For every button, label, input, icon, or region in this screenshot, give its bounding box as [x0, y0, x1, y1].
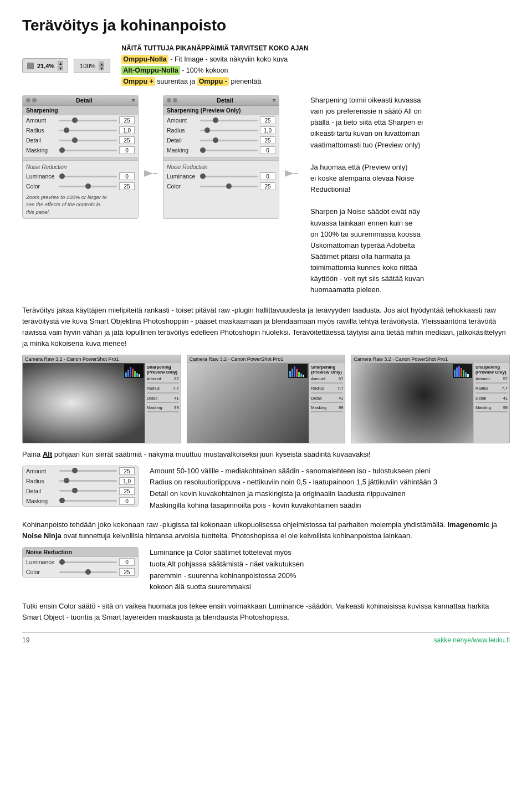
sharpening-panel-2: Detail ≡ Sharpening (Preview Only) Amoun… — [163, 95, 279, 219]
noise-val-lum[interactable]: 0 — [119, 558, 135, 566]
amount-val-detail[interactable]: 25 — [119, 487, 135, 495]
panel1-noise-title: Noise Reduction — [23, 163, 138, 171]
svg-rect-18 — [454, 370, 456, 377]
noise-slider-color[interactable]: 25 — [59, 568, 135, 576]
panel1-val-masking[interactable]: 0 — [119, 146, 135, 154]
panel1-val-color[interactable]: 25 — [119, 182, 135, 190]
right-text-noise-note: Sharpen ja Noise säädöt eivät näy kuvass… — [310, 206, 510, 295]
panel2-dots — [167, 98, 177, 103]
panel1-val-radius[interactable]: 1,0 — [119, 126, 135, 134]
panel2-slider-track-detail — [200, 140, 258, 141]
photo-3-body: Sharpening (Preview Only) Amount57 Radiu… — [351, 363, 509, 443]
noise-thumb-color — [85, 569, 91, 575]
photo-2-masking-row: Masking99 — [311, 405, 343, 411]
panel2-slider-amount[interactable]: 25 — [200, 116, 275, 124]
amount-val-masking[interactable]: 0 — [119, 497, 135, 505]
zoom-down-2[interactable]: ▼ — [99, 66, 104, 70]
hl-alt-omppu-nolla: Alt-Omppu-Nolla — [121, 66, 180, 75]
svg-rect-11 — [289, 371, 291, 377]
panel2-row-radius: Radius 1,0 — [163, 125, 279, 135]
amount-val-radius[interactable]: 1,0 — [119, 477, 135, 485]
panel1-label-color: Color — [26, 183, 59, 190]
amount-thumb-masking — [59, 498, 65, 503]
amount-slider-amount[interactable]: 25 — [59, 467, 135, 475]
panel1-slider-amount[interactable]: 25 — [59, 116, 135, 124]
svg-rect-14 — [296, 369, 298, 377]
panel1-label-amount: Amount — [26, 117, 59, 124]
panel2-val-detail[interactable]: 25 — [260, 136, 275, 144]
shortcut-text-1: - Fit Image - sovita näkyviin koko kuva — [170, 55, 288, 63]
panel2-val-radius[interactable]: 1,0 — [260, 126, 275, 134]
svg-rect-20 — [458, 366, 460, 377]
hl-omppu-plus: Omppu + — [121, 77, 155, 86]
panel2-val-lum[interactable]: 0 — [260, 172, 275, 180]
amount-row-amount: Amount 25 — [23, 466, 138, 476]
photo-1-masking-slider — [147, 411, 179, 412]
noise-slider-luminance[interactable]: 0 — [59, 558, 135, 566]
photo-3: Camera Raw 3.2 · Canon PowerShot Pro1 Sh… — [351, 355, 510, 443]
photo-2-amount-slider — [311, 382, 343, 384]
noise-val-color[interactable]: 25 — [119, 568, 135, 576]
panel2-slider-luminance[interactable]: 0 — [200, 172, 275, 180]
amount-slider-detail[interactable]: 25 — [59, 487, 135, 495]
kohina-section: Kohinanpoisto tehdään joko kokonaan raw … — [22, 519, 510, 541]
photo-3-panel-rows: Amount57 Radius7,7 Detail41 Masking99 — [475, 376, 508, 412]
amount-slider-track-masking — [59, 500, 117, 502]
panel1-slider-color[interactable]: 25 — [59, 182, 135, 190]
zoom-down-1[interactable]: ▼ — [58, 66, 63, 70]
panel1-val-lum[interactable]: 0 — [119, 172, 135, 180]
photo-1-radius-row: Radius7,7 — [147, 385, 179, 391]
panel2-slider-masking[interactable]: 0 — [200, 146, 275, 154]
right-text-preview-only: Ja huomaa että (Preview only) ei koske a… — [310, 162, 510, 195]
amount-area: Amount 25 Radius 1,0 Detail — [22, 466, 510, 512]
panel2-val-color[interactable]: 25 — [260, 182, 275, 190]
photo-3-detail-row: Detail41 — [475, 395, 508, 401]
amount-val-amount[interactable]: 25 — [119, 467, 135, 475]
panel1-row-masking: Masking 0 — [23, 145, 138, 155]
noise-panel-title: Noise Reduction — [23, 548, 138, 557]
amount-slider-masking[interactable]: 0 — [59, 497, 135, 505]
amount-thumb-detail — [72, 488, 78, 493]
panel1-thumb-radius — [64, 127, 69, 133]
amount-slider-radius[interactable]: 1,0 — [59, 477, 135, 485]
panel2-label-color: Color — [167, 183, 200, 190]
svg-rect-21 — [461, 368, 462, 377]
amount-text-block: Amount 50-100 välille - mediakohtainen s… — [150, 466, 510, 512]
photo-2-detail-slider — [311, 402, 343, 403]
toolbar-left: 21,4% ▲ ▼ 100% ▲ ▼ — [22, 58, 110, 73]
panel1-slider-luminance[interactable]: 0 — [59, 172, 135, 180]
panel1-slider-track-color — [59, 186, 117, 187]
photo-2-panel-rows: Amount57 Radius7,7 Detail41 Masking99 — [311, 376, 343, 412]
panel1-slider-track-lum — [59, 176, 117, 177]
photo-1-amount-slider — [147, 382, 179, 384]
panel2-val-amount[interactable]: 25 — [260, 116, 275, 124]
svg-rect-4 — [125, 372, 127, 377]
zoom-up-2[interactable]: ▲ — [99, 62, 104, 66]
photo-3-content — [351, 363, 473, 443]
panel2-slider-color[interactable]: 25 — [200, 182, 275, 190]
panel2-val-masking[interactable]: 0 — [260, 146, 275, 154]
panel1-slider-masking[interactable]: 0 — [59, 146, 135, 154]
arrow-between-panels-2 — [284, 95, 299, 219]
panel1-slider-radius[interactable]: 1,0 — [59, 126, 135, 134]
photo-1-body: Sharpening (Preview Only) Amount57 Radiu… — [23, 363, 181, 443]
panel1-title: Detail — [76, 97, 93, 104]
panel1-section-sharpening: Sharpening — [23, 106, 138, 115]
shortcut-block: NÄITÄ TUTTUJA PIKANÄPPÄIMIÄ TARVITSET KO… — [121, 44, 510, 87]
panel2-slider-detail[interactable]: 25 — [200, 136, 275, 144]
panel2-slider-radius[interactable]: 1,0 — [200, 126, 275, 134]
panel1-val-detail[interactable]: 25 — [119, 136, 135, 144]
photo-3-radius-slider — [475, 392, 508, 394]
right-text-block: Sharpening toimii oikeasti kuvassa vain … — [305, 95, 510, 296]
panel1-val-amount[interactable]: 25 — [119, 116, 135, 124]
noise-label-luminance: Luminance — [26, 559, 59, 565]
panel1-row-color: Color 25 — [23, 181, 138, 191]
zoom-up-1[interactable]: ▲ — [58, 61, 63, 65]
histogram-1 — [124, 364, 144, 378]
noise-slider-track-color — [59, 571, 117, 573]
photo-3-inner: Camera Raw 3.2 · Canon PowerShot Pro1 Sh… — [351, 355, 509, 443]
zoom-arrows-2: ▲ ▼ — [99, 62, 104, 70]
panel2-title: Detail — [217, 97, 233, 104]
panel1-slider-detail[interactable]: 25 — [59, 136, 135, 144]
photos-row: Camera Raw 3.2 · Canon PowerShot Pro1 Sh… — [22, 355, 510, 443]
